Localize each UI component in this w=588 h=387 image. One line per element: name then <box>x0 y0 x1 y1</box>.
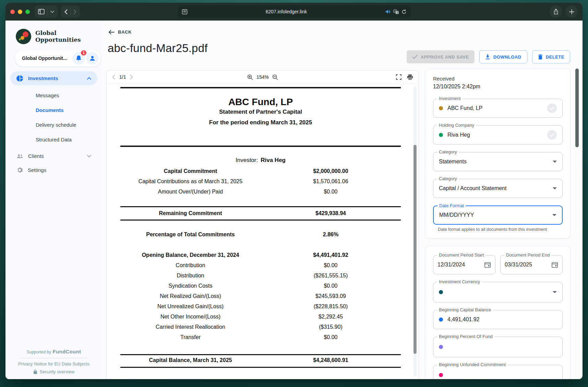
fundcount-logo: FundCount <box>53 349 81 354</box>
statement-row: Amount Over/(Under) Paid$0.00 <box>120 187 401 197</box>
zoom-level: 154% <box>256 74 269 80</box>
received-label: Received <box>433 76 563 82</box>
beginning-percent-field[interactable]: Beginning Percent Of Fund <box>433 337 563 357</box>
statement-subtitle: Statement of Partner's Capital <box>120 109 401 115</box>
sidebar-item-messages[interactable]: Messages <box>5 88 102 103</box>
print-icon[interactable] <box>407 74 413 80</box>
pdf-scrollbar-thumb[interactable] <box>413 145 417 354</box>
zoom-window-button[interactable] <box>25 10 30 14</box>
period-end-field[interactable]: Document Period End 03/31/2025 <box>500 255 563 274</box>
calendar-icon[interactable] <box>551 261 558 268</box>
statement-row: Distribution($261,555.15) <box>120 271 401 281</box>
pdf-rule <box>120 87 401 88</box>
statement-row: Net Realized Gain/(Loss)$245,593.09 <box>120 291 401 301</box>
fullscreen-icon[interactable] <box>396 74 401 80</box>
subcategory-select[interactable]: Category Capital / Account Statement <box>433 179 563 198</box>
statement-row: Net Unrealized Gain/(Loss)($228,815.50) <box>120 301 401 312</box>
investor-line: Investor:Riva Heg <box>120 157 401 164</box>
investments-pie-icon <box>16 75 23 82</box>
sidebar-item-clients[interactable]: Clients <box>10 149 97 163</box>
zoom-in-icon[interactable] <box>247 74 253 80</box>
address-bar[interactable]: 6207.infoledger.link A文 <box>178 5 411 18</box>
url-text[interactable]: 6207.infoledger.link <box>188 9 385 14</box>
statement-row: Capital Balance, March 31, 2025$4,248,60… <box>120 355 401 365</box>
page-scrollbar-thumb[interactable] <box>575 68 579 147</box>
received-value: 12/10/2025 2:42pm <box>433 84 563 90</box>
clients-people-icon <box>16 153 23 159</box>
beginning-capital-balance-field[interactable]: Beginning Capital Balance 4,491,401.92 <box>433 310 563 329</box>
statement-row: Net Other Income/(Loss)$2,292.45 <box>120 312 401 322</box>
sidebar-toggle-group <box>35 5 58 18</box>
statement-row: Capital Contributions as of March 31, 20… <box>120 176 401 187</box>
reader-page-icon[interactable] <box>182 9 188 14</box>
category-select[interactable]: Category Statements <box>433 152 563 171</box>
minimize-window-button[interactable] <box>18 10 22 14</box>
sidebar-item-label: Investments <box>28 75 58 81</box>
toolbar-divider <box>47 8 48 15</box>
brand-name: Global Opportunities <box>35 30 81 43</box>
brand-logo-icon <box>16 29 31 44</box>
holding-status-dot <box>439 133 443 137</box>
page-indicator: 1/1 <box>119 74 126 80</box>
dropdown-caret-icon <box>552 214 556 216</box>
privacy-notice-link[interactable]: Privacy Notice for EU Data Subjects <box>5 361 102 366</box>
notifications-button[interactable]: 1 <box>72 52 85 65</box>
approve-and-save-button[interactable]: APPROVE AND SAVE <box>407 50 475 63</box>
date-format-select[interactable]: Date Format MM/DD/YYYY <box>433 205 563 225</box>
sidebar-item-documents[interactable]: Documents <box>5 103 102 117</box>
back-nav-icon[interactable] <box>64 9 68 14</box>
dropdown-caret-icon <box>553 187 557 189</box>
zoom-out-icon[interactable] <box>272 74 278 80</box>
pdf-rule <box>120 220 401 221</box>
reload-icon[interactable] <box>401 9 407 14</box>
sidebar-item-label: Settings <box>28 167 46 173</box>
sidebar-item-investments[interactable]: Investments <box>10 71 97 85</box>
forward-nav-icon[interactable] <box>73 9 76 14</box>
document-meta-card: Received 12/10/2025 2:42pm Investment AB… <box>425 68 571 238</box>
account-pill[interactable]: Global Opportunit... 1 <box>15 50 101 66</box>
next-page-icon[interactable] <box>130 75 133 79</box>
statement-row: Contribution$0.00 <box>120 260 401 271</box>
statement-row: Capital Commitment$2,000,000.00 <box>120 166 401 176</box>
statement-row: Syndication Costs$0.00 <box>120 281 401 291</box>
dropdown-caret-icon <box>553 161 557 163</box>
holding-company-field[interactable]: Holding Company Riva Heg <box>433 125 563 145</box>
share-icon[interactable] <box>550 5 562 18</box>
translate-icon[interactable]: A文 <box>393 9 399 14</box>
statement-row: Remaining Commitment$429,938.94 <box>120 207 401 220</box>
previous-page-icon[interactable] <box>112 75 115 79</box>
settings-gear-icon <box>16 167 23 173</box>
pdf-rule <box>120 367 401 368</box>
beginning-unfunded-dot <box>439 373 443 377</box>
statement-row: Transfer$0.00 <box>120 332 401 342</box>
document-values-card: Document Period Start 12/31/2024 Documen… <box>425 246 571 379</box>
svg-text:文: 文 <box>396 11 399 14</box>
profile-button[interactable] <box>86 52 99 65</box>
chevron-up-icon <box>87 77 91 80</box>
audio-icon[interactable] <box>385 9 391 14</box>
history-nav-group <box>61 5 80 18</box>
investment-status-dot <box>439 106 443 110</box>
beginning-balance-dot <box>439 317 443 322</box>
new-tab-icon[interactable] <box>565 5 578 18</box>
sidebar-item-delivery-schedule[interactable]: Delivery schedule <box>5 117 102 132</box>
investment-currency-select[interactable]: Investment Currency <box>433 282 563 302</box>
back-button[interactable]: BACK <box>108 29 132 35</box>
statement-title: ABC Fund, LP <box>120 97 401 108</box>
statement-row: Carried Interest Reallocation($315.90) <box>120 322 401 332</box>
calendar-icon[interactable] <box>484 261 491 268</box>
download-button[interactable]: DOWNLOAD <box>479 50 527 63</box>
sidebar-toggle-icon[interactable] <box>38 9 45 14</box>
sidebar-item-settings[interactable]: Settings <box>10 163 97 177</box>
period-start-field[interactable]: Document Period Start 12/31/2024 <box>433 255 495 274</box>
beginning-unfunded-field[interactable]: Beginning Unfunded Commitment <box>433 365 563 379</box>
trash-icon <box>538 54 543 60</box>
sidebar-item-label: Clients <box>28 153 44 159</box>
tab-overview-chevron-icon[interactable] <box>50 11 54 13</box>
close-window-button[interactable] <box>10 10 15 14</box>
statement-row: Opening Balance, December 31, 2024$4,491… <box>120 250 401 260</box>
delete-button[interactable]: DELETE <box>532 50 570 63</box>
sidebar-item-structured-data[interactable]: Structured Data <box>5 132 102 147</box>
investment-field[interactable]: Investment ABC Fund, LP <box>433 99 563 118</box>
security-overview-link[interactable]: Security overview <box>5 369 102 374</box>
